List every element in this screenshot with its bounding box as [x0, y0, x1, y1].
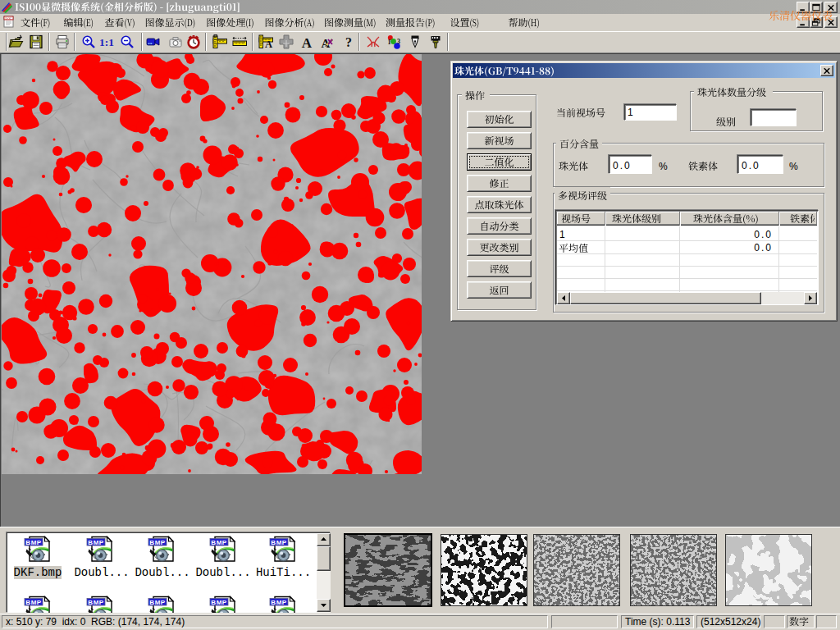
svg-text:BMP: BMP: [211, 599, 226, 606]
svg-text:BMP: BMP: [149, 539, 165, 546]
svg-text:A: A: [302, 35, 313, 51]
svg-text:DOC: DOC: [6, 17, 12, 21]
svg-text:BMP: BMP: [271, 599, 286, 606]
svg-text:?: ?: [345, 35, 352, 49]
svg-text:BMP: BMP: [149, 599, 165, 606]
svg-text:3: 3: [397, 38, 400, 45]
svg-text:1: 1: [388, 39, 391, 46]
svg-text:A: A: [265, 39, 272, 50]
svg-text:BMP: BMP: [25, 539, 41, 546]
svg-text:BMP: BMP: [271, 539, 286, 546]
svg-text:BMP: BMP: [88, 599, 103, 606]
svg-text:BMP: BMP: [25, 599, 41, 606]
svg-text:1:1: 1:1: [99, 36, 114, 48]
svg-text:BMP: BMP: [88, 539, 103, 546]
svg-text:BMP: BMP: [211, 539, 226, 546]
